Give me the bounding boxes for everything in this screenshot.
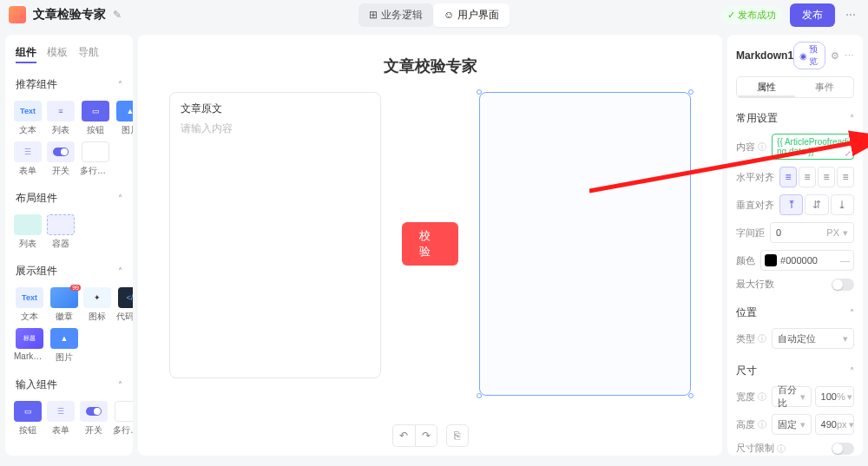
- tab-navigation[interactable]: 导航: [78, 43, 99, 63]
- comp-textarea[interactable]: 多行输...: [80, 141, 111, 177]
- preview-button[interactable]: ◉ 预览: [793, 42, 825, 69]
- comp-button[interactable]: ▭按钮: [80, 101, 111, 136]
- comp-switch[interactable]: 开关: [47, 141, 75, 177]
- section-layout[interactable]: 布局组件 ˄: [12, 186, 126, 211]
- resize-handle[interactable]: [477, 393, 482, 398]
- size-limit-toggle[interactable]: [832, 443, 854, 455]
- tab-ui[interactable]: ☺用户界面: [433, 3, 510, 27]
- color-input[interactable]: #000000 —: [760, 250, 854, 271]
- edit-icon[interactable]: ✎: [113, 9, 122, 21]
- comp-textarea2[interactable]: 多行输...: [113, 401, 133, 436]
- chevron-up-icon: ˄: [850, 114, 854, 123]
- tab-templates[interactable]: 模板: [47, 43, 68, 63]
- section-input[interactable]: 输入组件 ˄: [12, 372, 126, 397]
- info-icon[interactable]: i: [758, 420, 766, 429]
- comp-switch2[interactable]: 开关: [80, 401, 108, 436]
- more-icon[interactable]: ⋯: [842, 9, 859, 21]
- app-logo: [9, 6, 26, 23]
- tab-props[interactable]: 属性: [737, 77, 795, 97]
- comp-markdown[interactable]: 标题Markd...: [14, 328, 45, 364]
- letter-spacing-input[interactable]: 0 PX ▾: [770, 222, 854, 243]
- undo-button[interactable]: ↶: [392, 424, 415, 447]
- resize-handle[interactable]: [688, 393, 694, 398]
- chevron-up-icon: ˄: [118, 266, 122, 276]
- comp-text[interactable]: Text文本: [14, 101, 42, 136]
- comp-icon[interactable]: ✦图标: [83, 287, 111, 323]
- section-position[interactable]: 位置 ˄: [736, 301, 854, 325]
- color-swatch[interactable]: [765, 254, 777, 266]
- info-icon[interactable]: i: [758, 392, 766, 401]
- comp-form[interactable]: ☰表单: [14, 141, 42, 177]
- position-type-select[interactable]: 自动定位▾: [772, 328, 854, 349]
- align-center-button[interactable]: ≡: [799, 167, 816, 187]
- info-icon[interactable]: i: [777, 444, 786, 453]
- app-title: 文章检验专家: [33, 7, 106, 23]
- width-value-input[interactable]: 100%▾: [815, 386, 854, 407]
- comp-badge[interactable]: 99徽章: [50, 287, 78, 323]
- comp-button2[interactable]: ▭按钮: [14, 401, 42, 436]
- valign-top-button[interactable]: ⤒: [779, 194, 803, 215]
- width-mode-select[interactable]: 百分比▾: [772, 386, 811, 407]
- check-button[interactable]: 校验: [402, 222, 457, 266]
- valign-bottom-button[interactable]: ⤓: [831, 194, 854, 215]
- component-panel: 组件 模板 导航 推荐组件 ˄ Text文本 ≡列表 ▭按钮 ▲图片 ☰表单 开…: [5, 35, 133, 456]
- height-mode-select[interactable]: 固定▾: [772, 414, 811, 435]
- max-lines-toggle[interactable]: [832, 279, 854, 291]
- comp-code[interactable]: </>代码展...: [116, 287, 133, 323]
- redo-button[interactable]: ↷: [415, 424, 437, 447]
- height-value-input[interactable]: 490px▾: [815, 414, 854, 435]
- source-label: 文章原文: [181, 102, 370, 116]
- publish-status: ✓发布成功: [720, 6, 783, 24]
- resize-handle[interactable]: [477, 89, 482, 95]
- tab-logic[interactable]: ⊞业务逻辑: [358, 3, 433, 27]
- info-icon[interactable]: i: [758, 334, 766, 343]
- content-expression[interactable]: {{ ArticleProofreading.data }} ⤢: [772, 134, 854, 160]
- canvas[interactable]: 文章校验专家 文章原文 校验 ↶ ↷ ⎘: [138, 35, 722, 456]
- tab-components[interactable]: 组件: [16, 43, 36, 63]
- chevron-up-icon: ˄: [850, 308, 854, 318]
- resize-handle[interactable]: [688, 89, 694, 95]
- comp-column[interactable]: 列表: [14, 214, 42, 250]
- source-textarea[interactable]: [181, 121, 370, 364]
- comp-image2[interactable]: ▲图片: [50, 328, 78, 364]
- inspector: Markdown1 ◉ 预览 ⚙ ⋯ 属性 事件 常用设置 ˄ 内容i {{ A…: [727, 35, 863, 456]
- publish-button[interactable]: 发布: [790, 3, 835, 27]
- section-recommend[interactable]: 推荐组件 ˄: [12, 72, 126, 97]
- align-right-button[interactable]: ≡: [818, 167, 835, 187]
- section-size[interactable]: 尺寸 ˄: [736, 359, 854, 383]
- comp-image[interactable]: ▲图片: [116, 101, 133, 136]
- section-common[interactable]: 常用设置 ˄: [736, 107, 854, 130]
- comp-list[interactable]: ≡列表: [47, 101, 75, 136]
- more-icon[interactable]: ⋯: [845, 50, 854, 62]
- comp-container[interactable]: 容器: [47, 214, 75, 250]
- align-justify-button[interactable]: ≡: [837, 167, 854, 187]
- gear-icon[interactable]: ⚙: [831, 50, 839, 62]
- info-icon[interactable]: i: [758, 142, 766, 151]
- source-card[interactable]: 文章原文: [169, 92, 381, 378]
- comp-text2[interactable]: Text文本: [14, 287, 45, 323]
- page-title: 文章校验专家: [384, 56, 477, 76]
- component-name: Markdown1: [736, 49, 793, 62]
- comp-form2[interactable]: ☰表单: [47, 401, 75, 436]
- chevron-up-icon: ˄: [850, 366, 854, 376]
- markdown-output[interactable]: [479, 92, 691, 396]
- chevron-up-icon: ˄: [118, 194, 122, 203]
- expand-icon[interactable]: ⤢: [845, 149, 852, 158]
- valign-middle-button[interactable]: ⇵: [805, 194, 828, 215]
- section-display[interactable]: 展示组件 ˄: [12, 259, 126, 284]
- align-left-button[interactable]: ≡: [779, 167, 797, 187]
- tab-events[interactable]: 事件: [795, 77, 853, 97]
- chevron-up-icon: ˄: [118, 380, 122, 390]
- export-button[interactable]: ⎘: [446, 424, 469, 447]
- chevron-up-icon: ˄: [118, 80, 122, 89]
